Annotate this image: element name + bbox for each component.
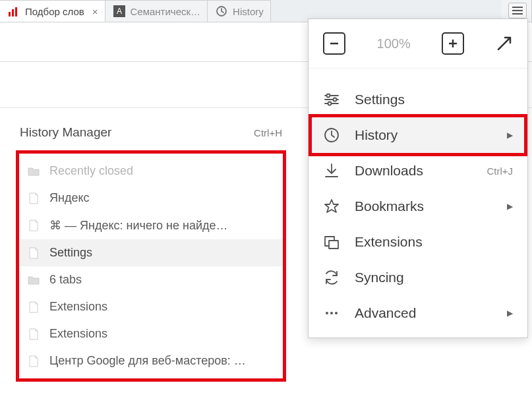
menu-item-label: Extensions <box>355 234 423 250</box>
sync-icon <box>323 269 340 286</box>
svg-point-8 <box>328 102 332 105</box>
star-icon <box>323 198 340 215</box>
history-item[interactable]: Extensions <box>19 293 283 320</box>
svg-point-7 <box>334 98 337 102</box>
svg-point-13 <box>330 312 333 314</box>
menu-item-bookmarks[interactable]: Bookmarks▶ <box>309 189 527 224</box>
tab-label: Подбор слов <box>25 6 84 17</box>
menu-items: SettingsHistory▶DownloadsCtrl+JBookmarks… <box>309 69 527 331</box>
history-item[interactable]: Яндекс <box>19 185 283 212</box>
letter-a-icon: А <box>113 5 125 17</box>
history-item-label: Extensions <box>49 327 107 341</box>
history-item[interactable]: Recently closed <box>19 158 283 185</box>
page-icon <box>27 301 40 314</box>
zoom-row: 100% <box>309 19 527 69</box>
history-panel: History Manager Ctrl+H Recently closedЯн… <box>16 125 286 382</box>
history-header[interactable]: History Manager Ctrl+H <box>16 125 286 150</box>
svg-rect-2 <box>15 7 17 16</box>
clock-icon <box>216 5 227 17</box>
tab-semantic[interactable]: А Семантическ… <box>105 0 208 22</box>
folder-icon <box>27 274 40 287</box>
sliders-icon <box>323 91 340 108</box>
page-icon <box>27 247 40 260</box>
tab-label: History <box>233 6 264 17</box>
chevron-right-icon: ▶ <box>507 309 513 318</box>
tab-label: Семантическ… <box>131 6 201 17</box>
menu-item-settings[interactable]: Settings <box>309 82 527 117</box>
chevron-right-icon: ▶ <box>507 131 513 140</box>
svg-rect-0 <box>9 12 11 16</box>
history-item[interactable]: Центр Google для веб-мастеров: … <box>19 347 283 374</box>
history-item-label: ⌘ — Яндекс: ничего не найде… <box>49 218 228 233</box>
history-item-label: Recently closed <box>49 164 133 178</box>
folder-icon <box>27 165 40 178</box>
history-item-label: Центр Google для веб-мастеров: … <box>49 354 246 368</box>
bars-icon <box>8 5 20 17</box>
download-icon <box>323 162 340 179</box>
history-item[interactable]: ⌘ — Яндекс: ничего не найде… <box>19 212 283 239</box>
zoom-level: 100% <box>377 36 411 51</box>
page-icon <box>27 192 40 205</box>
menu-item-label: Advanced <box>355 305 416 321</box>
menu-item-label: Settings <box>355 92 405 107</box>
svg-rect-1 <box>12 9 14 16</box>
menu-item-extensions[interactable]: Extensions <box>309 224 527 260</box>
svg-point-12 <box>326 312 328 314</box>
svg-point-6 <box>327 94 330 98</box>
tab-wordstat[interactable]: Подбор слов × <box>0 0 105 22</box>
chevron-right-icon: ▶ <box>507 202 513 211</box>
history-item[interactable]: 6 tabs <box>19 266 283 293</box>
tab-history[interactable]: History <box>208 0 271 22</box>
main-menu: 100% SettingsHistory▶DownloadsCtrl+JBook… <box>308 18 528 338</box>
shortcut-label: Ctrl+J <box>487 165 513 177</box>
menu-item-syncing[interactable]: Syncing <box>309 260 527 295</box>
history-list: Recently closedЯндекс⌘ — Яндекс: ничего … <box>16 150 286 382</box>
dots-icon <box>323 305 340 322</box>
history-title: History Manager <box>20 125 111 140</box>
extensions-icon <box>323 233 340 250</box>
svg-point-14 <box>335 312 338 314</box>
menu-item-label: History <box>355 127 398 143</box>
history-shortcut: Ctrl+H <box>254 127 282 138</box>
zoom-out-button[interactable] <box>323 32 345 55</box>
page-icon <box>27 219 40 232</box>
svg-text:А: А <box>116 7 121 16</box>
menu-item-history[interactable]: History▶ <box>309 114 527 156</box>
page-icon <box>27 328 40 341</box>
history-item-label: 6 tabs <box>49 273 82 287</box>
history-item[interactable]: Settings <box>19 239 283 266</box>
fullscreen-button[interactable] <box>496 35 513 52</box>
close-icon[interactable]: × <box>92 6 98 17</box>
menu-item-label: Syncing <box>355 270 404 285</box>
history-item-label: Яндекс <box>49 191 90 205</box>
page-icon <box>27 355 40 368</box>
menu-item-advanced[interactable]: Advanced▶ <box>309 295 527 331</box>
history-item-label: Extensions <box>49 300 107 314</box>
clock-icon <box>323 127 340 144</box>
menu-button[interactable] <box>508 3 527 18</box>
zoom-in-button[interactable] <box>442 32 464 55</box>
history-item[interactable]: Extensions <box>19 320 283 347</box>
menu-item-downloads[interactable]: DownloadsCtrl+J <box>309 153 527 189</box>
svg-rect-11 <box>329 241 338 249</box>
history-item-label: Settings <box>49 246 92 260</box>
menu-item-label: Downloads <box>355 163 423 179</box>
menu-item-label: Bookmarks <box>355 198 424 214</box>
